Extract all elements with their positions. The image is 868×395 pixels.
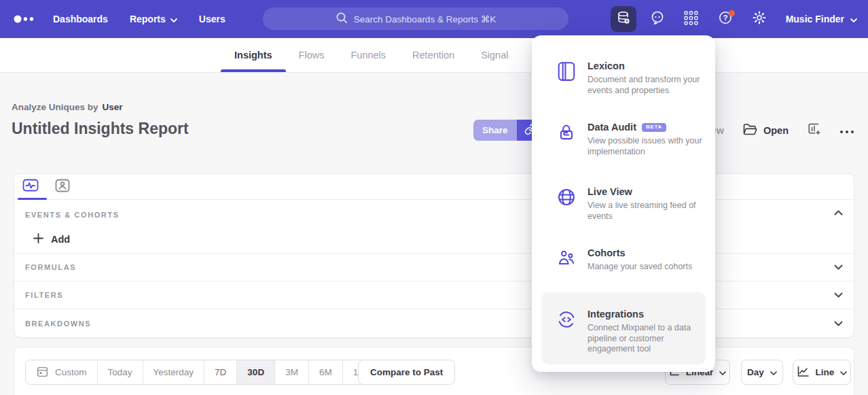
- add-event-button[interactable]: Add: [33, 233, 70, 245]
- nav-reports[interactable]: Reports: [130, 14, 177, 24]
- menu-item-text: Lexicon Document and transform your even…: [587, 60, 707, 96]
- globe-icon: [557, 187, 576, 222]
- menu-item-title: Data Audit: [587, 121, 636, 133]
- tab-insights-label: Insights: [234, 50, 272, 61]
- chevron-down-icon[interactable]: [834, 264, 843, 270]
- range-custom[interactable]: Custom: [26, 360, 97, 384]
- feedback-button[interactable]: [645, 6, 670, 32]
- chevron-down-icon: [719, 367, 726, 377]
- nav-reports-label: Reports: [130, 14, 166, 24]
- events-view-tab[interactable]: [22, 179, 39, 195]
- range-3m[interactable]: 3M: [274, 360, 308, 384]
- tab-funnels-label: Funnels: [350, 50, 386, 61]
- help-button[interactable]: ?: [712, 6, 738, 32]
- menu-item-text: Integrations Connect Mixpanel to a data …: [587, 308, 707, 355]
- menu-item-description: View a live streaming feed of events: [587, 201, 707, 222]
- chevron-down-icon: [850, 14, 857, 24]
- users-view-tab[interactable]: [55, 179, 70, 195]
- tab-signal-label: Signal: [481, 50, 508, 61]
- menu-item-data-audit[interactable]: Data AuditBETA View possible issues with…: [557, 121, 703, 157]
- plus-icon: [33, 233, 43, 245]
- mixpanel-logo-icon[interactable]: [14, 15, 35, 23]
- settings-button[interactable]: [746, 6, 772, 32]
- notification-dot: [729, 10, 735, 16]
- report-header-actions: New Open: [704, 120, 854, 141]
- svg-text:?: ?: [723, 14, 727, 22]
- menu-item-title: Live View: [587, 186, 632, 198]
- add-to-dashboard-button[interactable]: [807, 122, 821, 139]
- database-gear-icon: [616, 10, 631, 28]
- menu-item-title: Integrations: [587, 308, 644, 320]
- board-add-icon: [807, 122, 821, 139]
- feedback-bubble-icon: [650, 10, 665, 28]
- tab-signal[interactable]: Signal: [481, 38, 508, 72]
- range-today[interactable]: Today: [97, 360, 143, 384]
- add-label: Add: [51, 234, 70, 245]
- events-cohorts-body: Add: [14, 225, 854, 254]
- interval-dropdown[interactable]: Day: [741, 360, 783, 385]
- date-range-segmented-control: Custom Today Yesterday 7D 30D 3M 6M 12M: [25, 360, 382, 385]
- compare-to-past-button[interactable]: Compare to Past: [358, 360, 455, 385]
- chevron-down-icon[interactable]: [834, 292, 843, 298]
- menu-item-title: Cohorts: [587, 247, 626, 259]
- share-button[interactable]: Share: [473, 120, 517, 141]
- open-label: Open: [763, 125, 789, 136]
- page-title[interactable]: Untitled Insights Report: [12, 120, 189, 138]
- beta-badge: BETA: [642, 123, 666, 132]
- search-placeholder: Search Dashboards & Reports ⌘K: [354, 14, 496, 24]
- tab-flows[interactable]: Flows: [299, 38, 325, 72]
- tab-insights[interactable]: Insights: [234, 38, 272, 72]
- menu-item-integrations[interactable]: Integrations Connect Mixpanel to a data …: [557, 308, 703, 355]
- range-today-label: Today: [108, 367, 132, 377]
- topbar-actions: ? Music Finder: [611, 0, 857, 38]
- range-6m[interactable]: 6M: [308, 360, 342, 384]
- nav-dashboards[interactable]: Dashboards: [53, 14, 108, 24]
- nav-users-label: Users: [199, 14, 225, 24]
- report-type-tabbar: Insights Flows Funnels Retention Signal …: [0, 38, 868, 73]
- menu-item-title: Lexicon: [587, 60, 625, 72]
- range-7d[interactable]: 7D: [204, 360, 236, 384]
- tab-retention[interactable]: Retention: [412, 38, 454, 72]
- data-audit-lock-icon: [557, 122, 576, 157]
- range-yesterday[interactable]: Yesterday: [143, 360, 204, 384]
- menu-item-text: Cohorts Manage your saved cohorts: [587, 247, 707, 273]
- top-navigation-bar: Dashboards Reports Users Search Dashboar…: [0, 0, 868, 38]
- range-30d[interactable]: 30D: [236, 360, 274, 384]
- open-report-button[interactable]: Open: [742, 122, 789, 138]
- folder-icon: [742, 122, 757, 138]
- breadcrumb-prefix: Analyze Uniques by: [12, 102, 98, 112]
- report-tabs: Insights Flows Funnels Retention Signal …: [234, 38, 564, 72]
- breadcrumb: Analyze Uniques byUser: [12, 102, 123, 112]
- active-tab-underline: [221, 69, 286, 72]
- chart-type-label: Line: [816, 367, 835, 377]
- menu-item-cohorts[interactable]: Cohorts Manage your saved cohorts: [557, 247, 703, 273]
- formulas-label: FORMULAS: [25, 263, 76, 271]
- tab-flows-label: Flows: [299, 50, 325, 61]
- nav-users[interactable]: Users: [199, 14, 225, 24]
- breadcrumb-entity[interactable]: User: [103, 102, 123, 112]
- range-custom-label: Custom: [55, 367, 87, 377]
- formulas-section[interactable]: FORMULAS: [14, 254, 854, 281]
- tab-funnels[interactable]: Funnels: [350, 38, 386, 72]
- menu-item-lexicon[interactable]: Lexicon Document and transform your even…: [557, 60, 703, 96]
- data-management-button[interactable]: [611, 6, 636, 32]
- chevron-down-icon: [770, 367, 777, 377]
- settings-gear-icon: [752, 10, 767, 28]
- events-cohorts-section-header[interactable]: EVENTS & COHORTS: [14, 200, 854, 225]
- events-cohorts-label: EVENTS & COHORTS: [25, 211, 120, 219]
- menu-item-live-view[interactable]: Live View View a live streaming feed of …: [557, 186, 703, 222]
- menu-item-text: Data AuditBETA View possible issues with…: [587, 121, 707, 157]
- workspace-switcher[interactable]: Music Finder: [786, 14, 857, 24]
- search-input[interactable]: Search Dashboards & Reports ⌘K: [263, 7, 568, 30]
- apps-button[interactable]: [679, 6, 704, 32]
- apps-grid-icon: [684, 11, 698, 28]
- chevron-down-icon[interactable]: [834, 321, 843, 326]
- more-options-button[interactable]: [839, 124, 854, 137]
- menu-item-description: Connect Mixpanel to a data pipeline or c…: [587, 323, 707, 355]
- chart-type-dropdown[interactable]: Line: [793, 360, 851, 385]
- range-3m-label: 3M: [285, 367, 298, 377]
- breakdowns-section[interactable]: BREAKDOWNS: [14, 309, 854, 337]
- breakdowns-label: BREAKDOWNS: [25, 320, 91, 328]
- filters-section[interactable]: FILTERS: [14, 281, 854, 309]
- chevron-up-icon[interactable]: [834, 210, 843, 216]
